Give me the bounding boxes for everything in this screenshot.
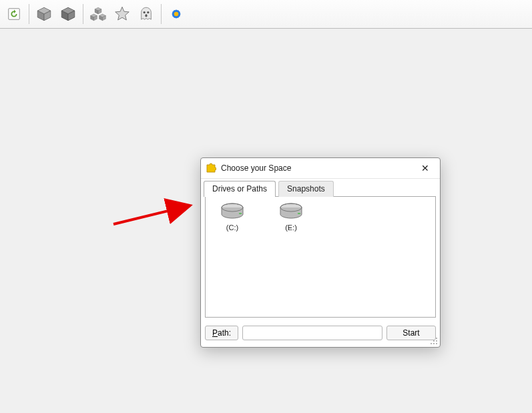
toolbar-separator — [83, 4, 83, 24]
star-icon — [113, 5, 131, 23]
drive-icon — [219, 202, 246, 221]
box-icon — [35, 5, 53, 23]
path-button[interactable]: Path: — [205, 326, 238, 340]
svg-point-16 — [144, 11, 146, 13]
tab-drives-or-paths[interactable]: Drives or Paths — [204, 181, 276, 197]
svg-rect-32 — [298, 213, 300, 214]
box-button-1[interactable] — [33, 3, 55, 25]
tab-snapshots[interactable]: Snapshots — [278, 181, 334, 197]
path-input[interactable] — [242, 326, 382, 340]
svg-point-25 — [174, 12, 179, 17]
dialog-title: Choose your Space — [221, 163, 415, 173]
svg-point-33 — [436, 343, 437, 344]
boxes-icon — [89, 5, 107, 23]
box-dark-icon — [59, 5, 77, 23]
drive-label: (E:) — [285, 224, 297, 232]
refresh-icon — [7, 7, 21, 21]
puzzle-icon — [205, 162, 217, 174]
toolbar-separator — [161, 4, 162, 24]
svg-rect-29 — [239, 213, 242, 214]
star-button[interactable] — [111, 3, 134, 25]
svg-point-34 — [433, 343, 435, 344]
box-button-2[interactable] — [57, 3, 79, 25]
close-button[interactable]: ✕ — [415, 160, 436, 176]
drive-item-e[interactable]: (E:) — [270, 202, 312, 232]
dialog-tabs: Drives or Paths Snapshots — [201, 180, 440, 196]
refresh-button[interactable] — [3, 3, 25, 25]
ghost-button[interactable] — [135, 3, 158, 25]
boxes-button[interactable] — [87, 3, 109, 25]
svg-point-37 — [433, 340, 435, 342]
drive-item-c[interactable]: (C:) — [211, 202, 254, 232]
start-button[interactable]: Start — [386, 326, 436, 340]
ghost-icon — [138, 5, 155, 23]
workspace: Choose your Space ✕ Drives or Paths Snap… — [0, 28, 532, 413]
svg-point-36 — [431, 343, 432, 344]
flower-icon — [168, 5, 185, 23]
svg-point-38 — [436, 338, 437, 339]
svg-point-18 — [145, 14, 147, 17]
svg-line-26 — [113, 205, 190, 224]
dialog-footer: Path: Start — [201, 322, 440, 347]
main-toolbar — [0, 0, 532, 29]
choose-space-dialog: Choose your Space ✕ Drives or Paths Snap… — [200, 157, 441, 348]
drive-icon — [278, 202, 304, 221]
svg-point-17 — [147, 11, 149, 13]
drives-panel: (C:) (E:) — [205, 196, 436, 318]
toolbar-separator — [29, 4, 29, 24]
resize-grip[interactable] — [429, 336, 439, 346]
drive-label: (C:) — [226, 224, 238, 232]
dialog-titlebar[interactable]: Choose your Space ✕ — [201, 158, 440, 179]
annotation-arrow — [110, 193, 204, 234]
flower-button[interactable] — [165, 3, 188, 25]
svg-point-35 — [436, 340, 437, 342]
